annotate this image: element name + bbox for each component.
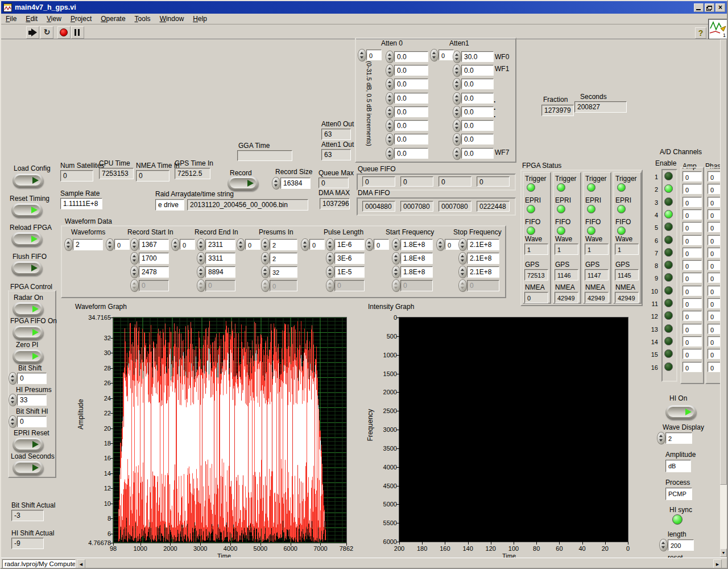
spinner[interactable] xyxy=(326,239,334,250)
length-field[interactable]: 200 xyxy=(668,539,694,551)
spinner[interactable] xyxy=(437,239,444,250)
presums-in-field[interactable]: 2 xyxy=(270,253,297,264)
spinner[interactable] xyxy=(459,280,466,291)
pulse-length-field[interactable]: 1E-6 xyxy=(334,239,365,250)
scroll-right-icon[interactable]: ▶ xyxy=(713,559,722,569)
amp-field[interactable]: 0 xyxy=(682,197,702,207)
spinner[interactable] xyxy=(660,539,667,551)
pulse-length-field[interactable]: 1E-5 xyxy=(334,266,365,278)
minimize-button[interactable] xyxy=(694,3,704,12)
spinner[interactable] xyxy=(459,266,466,278)
radar-on-button[interactable] xyxy=(13,302,43,316)
execution-target-selector[interactable]: radar.lvproj/My Computer xyxy=(2,559,76,569)
spinner[interactable] xyxy=(453,106,461,118)
atten1-value-field[interactable]: 30.0 xyxy=(461,51,494,62)
flush-fifo-button[interactable] xyxy=(11,261,42,275)
spinner[interactable] xyxy=(131,266,138,278)
amp-field[interactable]: 0 xyxy=(682,184,702,194)
atten1-value-field[interactable]: 0.0 xyxy=(461,65,494,76)
record-start-in-index-field[interactable]: 0 xyxy=(114,239,130,250)
atten1-value-field[interactable]: 0.0 xyxy=(461,120,494,131)
atten0-value-field[interactable]: 0.0 xyxy=(394,106,428,117)
menu-item-window[interactable]: Window xyxy=(155,14,189,24)
atten1-value-field[interactable]: 0.0 xyxy=(461,106,494,117)
spinner[interactable] xyxy=(386,65,394,76)
amp-field[interactable]: 0 xyxy=(682,362,702,372)
pause-icon[interactable] xyxy=(71,26,84,39)
spinner[interactable] xyxy=(453,134,461,145)
record-end-in-index-field[interactable]: 0 xyxy=(180,239,195,250)
waveforms-field[interactable]: 2 xyxy=(73,239,103,250)
spinner[interactable] xyxy=(172,239,179,250)
record-start-in-field[interactable]: 1700 xyxy=(139,253,169,264)
spinner[interactable] xyxy=(131,280,138,291)
spinner[interactable] xyxy=(9,416,16,427)
spinner[interactable] xyxy=(326,253,334,264)
atten0-value-field[interactable]: 0.0 xyxy=(394,79,428,89)
spinner[interactable] xyxy=(358,50,366,61)
stop-frequency-index-field[interactable]: 0 xyxy=(445,239,460,250)
amp-field[interactable]: 0 xyxy=(682,248,702,258)
start-frequency-field[interactable]: 1.8E+8 xyxy=(400,266,433,278)
abort-icon[interactable] xyxy=(57,26,71,39)
spinner[interactable] xyxy=(9,373,16,384)
vertical-scrollbar-thumb[interactable] xyxy=(720,39,727,485)
spinner[interactable] xyxy=(9,394,16,406)
atten0-value-field[interactable]: 0.0 xyxy=(394,148,428,159)
record-start-in-field[interactable]: 2478 xyxy=(139,266,169,278)
spinner[interactable] xyxy=(106,239,114,250)
spinner[interactable] xyxy=(262,280,269,291)
spinner[interactable] xyxy=(366,239,373,250)
spinner[interactable] xyxy=(301,239,309,250)
spinner[interactable] xyxy=(453,148,461,159)
epri-reset-button[interactable] xyxy=(13,438,43,452)
spinner[interactable] xyxy=(386,134,394,145)
spinner[interactable] xyxy=(392,266,400,278)
amp-field[interactable]: 0 xyxy=(682,324,702,334)
bit-shift-field[interactable]: 0 xyxy=(17,373,47,384)
spinner[interactable] xyxy=(453,51,461,63)
hi-presums-field[interactable]: 33 xyxy=(17,394,47,406)
amp-field[interactable]: 0 xyxy=(682,286,702,296)
sample-rate-field[interactable]: 1.11111E+8 xyxy=(60,198,102,209)
menu-item-edit[interactable]: Edit xyxy=(21,14,42,24)
atten1-value-field[interactable]: 0.0 xyxy=(461,148,494,159)
amp-field[interactable]: 0 xyxy=(682,171,702,182)
spinner[interactable] xyxy=(459,239,466,250)
atten1-value-field[interactable]: 0.0 xyxy=(461,93,494,104)
spinner[interactable] xyxy=(657,432,665,444)
amp-field[interactable]: 0 xyxy=(682,349,702,359)
reset-timing-button[interactable] xyxy=(11,203,42,217)
start-frequency-index-field[interactable]: 0 xyxy=(374,239,389,250)
spinner[interactable] xyxy=(453,79,461,90)
menu-item-help[interactable]: Help xyxy=(188,14,212,24)
spinner[interactable] xyxy=(453,120,461,131)
spinner[interactable] xyxy=(392,253,400,264)
spinner[interactable] xyxy=(237,239,245,250)
atten0-value-field[interactable]: 0.0 xyxy=(394,134,428,145)
stop-frequency-field[interactable]: 2.1E+8 xyxy=(467,239,499,250)
spinner[interactable] xyxy=(197,239,205,250)
spinner[interactable] xyxy=(131,253,138,264)
zero-pi-button[interactable] xyxy=(13,349,43,364)
amp-field[interactable]: 0 xyxy=(682,311,702,321)
menu-item-operate[interactable]: Operate xyxy=(96,14,130,24)
record-end-in-field[interactable]: 3311 xyxy=(205,253,235,264)
spinner[interactable] xyxy=(386,106,394,118)
amp-field[interactable]: 0 xyxy=(682,235,702,245)
spinner[interactable] xyxy=(65,239,72,250)
bit-shift-hi-field[interactable]: 0 xyxy=(17,416,47,427)
spinner[interactable] xyxy=(272,178,280,189)
spinner[interactable] xyxy=(197,253,205,264)
pulse-length-field[interactable]: 3E-6 xyxy=(334,253,365,264)
spinner[interactable] xyxy=(453,93,461,104)
amp-field[interactable]: 0 xyxy=(682,222,702,232)
menu-item-tools[interactable]: Tools xyxy=(130,14,155,24)
spinner[interactable] xyxy=(262,239,269,250)
spinner[interactable] xyxy=(197,266,205,278)
wave-display-field[interactable]: 2 xyxy=(665,432,692,444)
spinner[interactable] xyxy=(386,51,394,63)
start-frequency-field[interactable]: 1.8E+8 xyxy=(400,239,433,250)
menu-item-file[interactable]: File xyxy=(1,14,21,24)
record-end-in-field[interactable]: 8894 xyxy=(205,266,235,278)
